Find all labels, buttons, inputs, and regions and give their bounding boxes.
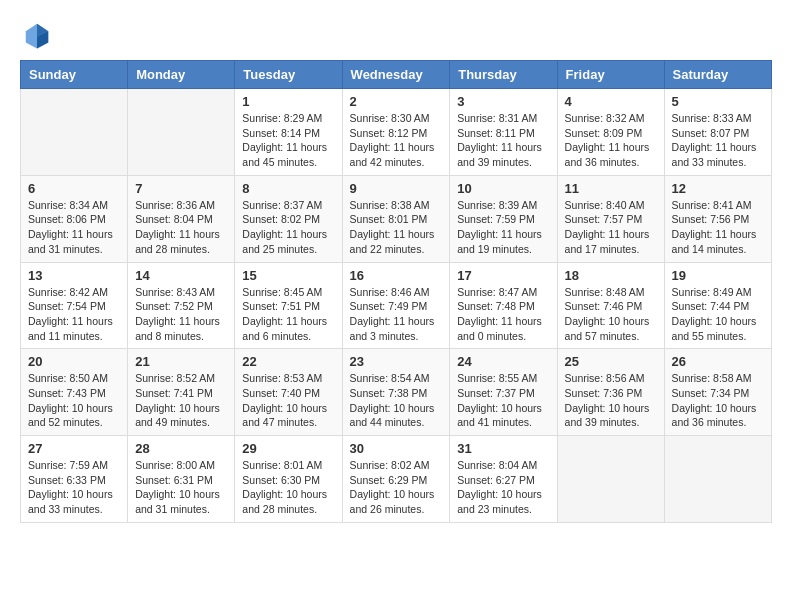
calendar-week-row: 1Sunrise: 8:29 AM Sunset: 8:14 PM Daylig… — [21, 89, 772, 176]
day-number: 5 — [672, 94, 764, 109]
calendar-cell: 13Sunrise: 8:42 AM Sunset: 7:54 PM Dayli… — [21, 262, 128, 349]
calendar-weekday-header: Wednesday — [342, 61, 450, 89]
day-number: 15 — [242, 268, 334, 283]
day-info: Sunrise: 8:58 AM Sunset: 7:34 PM Dayligh… — [672, 371, 764, 430]
calendar-cell — [557, 436, 664, 523]
day-number: 3 — [457, 94, 549, 109]
day-number: 25 — [565, 354, 657, 369]
calendar-cell: 9Sunrise: 8:38 AM Sunset: 8:01 PM Daylig… — [342, 175, 450, 262]
day-number: 1 — [242, 94, 334, 109]
calendar-cell: 31Sunrise: 8:04 AM Sunset: 6:27 PM Dayli… — [450, 436, 557, 523]
day-info: Sunrise: 8:01 AM Sunset: 6:30 PM Dayligh… — [242, 458, 334, 517]
day-number: 7 — [135, 181, 227, 196]
day-info: Sunrise: 8:47 AM Sunset: 7:48 PM Dayligh… — [457, 285, 549, 344]
day-number: 4 — [565, 94, 657, 109]
calendar-cell: 19Sunrise: 8:49 AM Sunset: 7:44 PM Dayli… — [664, 262, 771, 349]
day-number: 12 — [672, 181, 764, 196]
day-info: Sunrise: 8:54 AM Sunset: 7:38 PM Dayligh… — [350, 371, 443, 430]
calendar-cell: 20Sunrise: 8:50 AM Sunset: 7:43 PM Dayli… — [21, 349, 128, 436]
calendar-cell — [21, 89, 128, 176]
calendar-weekday-header: Tuesday — [235, 61, 342, 89]
calendar-cell — [664, 436, 771, 523]
calendar-week-row: 6Sunrise: 8:34 AM Sunset: 8:06 PM Daylig… — [21, 175, 772, 262]
day-info: Sunrise: 8:30 AM Sunset: 8:12 PM Dayligh… — [350, 111, 443, 170]
page-header — [20, 20, 772, 50]
calendar-weekday-header: Monday — [128, 61, 235, 89]
day-number: 20 — [28, 354, 120, 369]
day-number: 8 — [242, 181, 334, 196]
calendar-cell: 15Sunrise: 8:45 AM Sunset: 7:51 PM Dayli… — [235, 262, 342, 349]
calendar-cell — [128, 89, 235, 176]
calendar-cell: 24Sunrise: 8:55 AM Sunset: 7:37 PM Dayli… — [450, 349, 557, 436]
day-number: 6 — [28, 181, 120, 196]
day-number: 2 — [350, 94, 443, 109]
day-info: Sunrise: 8:43 AM Sunset: 7:52 PM Dayligh… — [135, 285, 227, 344]
day-info: Sunrise: 8:37 AM Sunset: 8:02 PM Dayligh… — [242, 198, 334, 257]
calendar-cell: 27Sunrise: 7:59 AM Sunset: 6:33 PM Dayli… — [21, 436, 128, 523]
day-info: Sunrise: 8:55 AM Sunset: 7:37 PM Dayligh… — [457, 371, 549, 430]
calendar-cell: 14Sunrise: 8:43 AM Sunset: 7:52 PM Dayli… — [128, 262, 235, 349]
day-number: 21 — [135, 354, 227, 369]
day-info: Sunrise: 8:46 AM Sunset: 7:49 PM Dayligh… — [350, 285, 443, 344]
day-info: Sunrise: 8:04 AM Sunset: 6:27 PM Dayligh… — [457, 458, 549, 517]
calendar-cell: 10Sunrise: 8:39 AM Sunset: 7:59 PM Dayli… — [450, 175, 557, 262]
day-number: 11 — [565, 181, 657, 196]
day-info: Sunrise: 8:39 AM Sunset: 7:59 PM Dayligh… — [457, 198, 549, 257]
calendar-cell: 21Sunrise: 8:52 AM Sunset: 7:41 PM Dayli… — [128, 349, 235, 436]
day-info: Sunrise: 8:34 AM Sunset: 8:06 PM Dayligh… — [28, 198, 120, 257]
day-number: 30 — [350, 441, 443, 456]
day-number: 10 — [457, 181, 549, 196]
calendar-cell: 23Sunrise: 8:54 AM Sunset: 7:38 PM Dayli… — [342, 349, 450, 436]
day-number: 26 — [672, 354, 764, 369]
calendar-cell: 30Sunrise: 8:02 AM Sunset: 6:29 PM Dayli… — [342, 436, 450, 523]
calendar-cell: 25Sunrise: 8:56 AM Sunset: 7:36 PM Dayli… — [557, 349, 664, 436]
day-number: 28 — [135, 441, 227, 456]
calendar-cell: 12Sunrise: 8:41 AM Sunset: 7:56 PM Dayli… — [664, 175, 771, 262]
calendar-weekday-header: Saturday — [664, 61, 771, 89]
day-info: Sunrise: 8:32 AM Sunset: 8:09 PM Dayligh… — [565, 111, 657, 170]
day-info: Sunrise: 8:53 AM Sunset: 7:40 PM Dayligh… — [242, 371, 334, 430]
calendar-cell: 5Sunrise: 8:33 AM Sunset: 8:07 PM Daylig… — [664, 89, 771, 176]
calendar-cell: 11Sunrise: 8:40 AM Sunset: 7:57 PM Dayli… — [557, 175, 664, 262]
calendar-cell: 29Sunrise: 8:01 AM Sunset: 6:30 PM Dayli… — [235, 436, 342, 523]
day-info: Sunrise: 8:56 AM Sunset: 7:36 PM Dayligh… — [565, 371, 657, 430]
calendar-weekday-header: Sunday — [21, 61, 128, 89]
calendar-cell: 7Sunrise: 8:36 AM Sunset: 8:04 PM Daylig… — [128, 175, 235, 262]
day-info: Sunrise: 8:50 AM Sunset: 7:43 PM Dayligh… — [28, 371, 120, 430]
day-info: Sunrise: 8:42 AM Sunset: 7:54 PM Dayligh… — [28, 285, 120, 344]
day-number: 18 — [565, 268, 657, 283]
calendar-weekday-header: Thursday — [450, 61, 557, 89]
day-info: Sunrise: 8:33 AM Sunset: 8:07 PM Dayligh… — [672, 111, 764, 170]
day-info: Sunrise: 7:59 AM Sunset: 6:33 PM Dayligh… — [28, 458, 120, 517]
day-number: 27 — [28, 441, 120, 456]
calendar-cell: 6Sunrise: 8:34 AM Sunset: 8:06 PM Daylig… — [21, 175, 128, 262]
day-info: Sunrise: 8:29 AM Sunset: 8:14 PM Dayligh… — [242, 111, 334, 170]
day-info: Sunrise: 8:36 AM Sunset: 8:04 PM Dayligh… — [135, 198, 227, 257]
day-number: 17 — [457, 268, 549, 283]
calendar-header-row: SundayMondayTuesdayWednesdayThursdayFrid… — [21, 61, 772, 89]
logo — [20, 20, 56, 50]
day-number: 14 — [135, 268, 227, 283]
day-number: 13 — [28, 268, 120, 283]
calendar-weekday-header: Friday — [557, 61, 664, 89]
calendar-week-row: 13Sunrise: 8:42 AM Sunset: 7:54 PM Dayli… — [21, 262, 772, 349]
calendar-cell: 1Sunrise: 8:29 AM Sunset: 8:14 PM Daylig… — [235, 89, 342, 176]
calendar-cell: 3Sunrise: 8:31 AM Sunset: 8:11 PM Daylig… — [450, 89, 557, 176]
day-info: Sunrise: 8:48 AM Sunset: 7:46 PM Dayligh… — [565, 285, 657, 344]
day-number: 23 — [350, 354, 443, 369]
calendar-cell: 18Sunrise: 8:48 AM Sunset: 7:46 PM Dayli… — [557, 262, 664, 349]
day-number: 19 — [672, 268, 764, 283]
calendar-cell: 26Sunrise: 8:58 AM Sunset: 7:34 PM Dayli… — [664, 349, 771, 436]
calendar-cell: 28Sunrise: 8:00 AM Sunset: 6:31 PM Dayli… — [128, 436, 235, 523]
day-info: Sunrise: 8:49 AM Sunset: 7:44 PM Dayligh… — [672, 285, 764, 344]
calendar-cell: 8Sunrise: 8:37 AM Sunset: 8:02 PM Daylig… — [235, 175, 342, 262]
day-number: 16 — [350, 268, 443, 283]
logo-icon — [22, 20, 52, 50]
day-number: 31 — [457, 441, 549, 456]
day-info: Sunrise: 8:45 AM Sunset: 7:51 PM Dayligh… — [242, 285, 334, 344]
day-info: Sunrise: 8:31 AM Sunset: 8:11 PM Dayligh… — [457, 111, 549, 170]
calendar-cell: 17Sunrise: 8:47 AM Sunset: 7:48 PM Dayli… — [450, 262, 557, 349]
day-info: Sunrise: 8:00 AM Sunset: 6:31 PM Dayligh… — [135, 458, 227, 517]
calendar-week-row: 27Sunrise: 7:59 AM Sunset: 6:33 PM Dayli… — [21, 436, 772, 523]
day-number: 22 — [242, 354, 334, 369]
